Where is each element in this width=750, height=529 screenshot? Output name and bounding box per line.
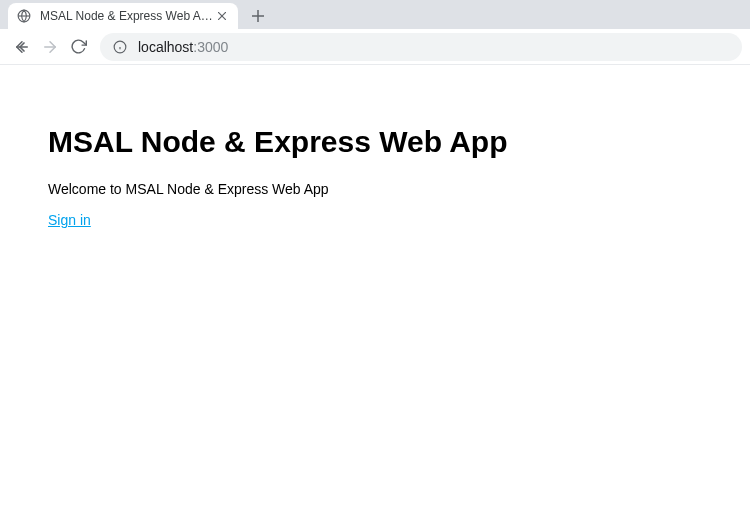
signin-link[interactable]: Sign in <box>48 212 91 228</box>
forward-button[interactable] <box>36 33 64 61</box>
page-content: MSAL Node & Express Web App Welcome to M… <box>0 65 750 229</box>
url-host: localhost <box>138 39 193 55</box>
browser-tab-strip: MSAL Node & Express Web App <box>0 0 750 29</box>
welcome-text: Welcome to MSAL Node & Express Web App <box>48 181 702 197</box>
reload-button[interactable] <box>64 33 92 61</box>
info-icon[interactable] <box>112 39 128 55</box>
tab-title: MSAL Node & Express Web App <box>40 9 214 23</box>
globe-icon <box>16 8 32 24</box>
browser-tab[interactable]: MSAL Node & Express Web App <box>8 3 238 29</box>
url-port: :3000 <box>193 39 228 55</box>
close-icon[interactable] <box>214 8 230 24</box>
back-button-real[interactable] <box>8 33 36 61</box>
page-title: MSAL Node & Express Web App <box>48 125 702 159</box>
browser-toolbar: localhost:3000 <box>0 29 750 65</box>
new-tab-button[interactable] <box>244 3 272 29</box>
address-bar[interactable]: localhost:3000 <box>100 33 742 61</box>
